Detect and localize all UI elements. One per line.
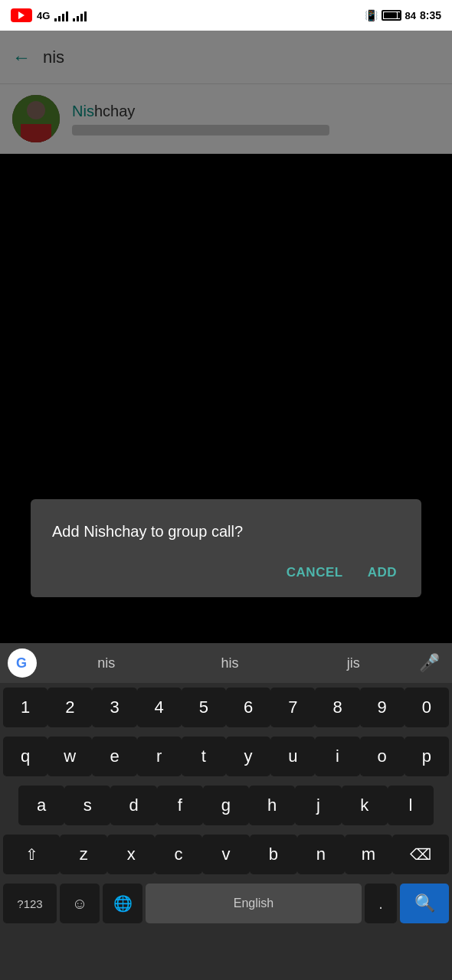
- add-button[interactable]: ADD: [365, 560, 400, 585]
- key-y[interactable]: y: [226, 737, 270, 776]
- key-0[interactable]: 0: [405, 688, 449, 727]
- time-display: 8:35: [420, 9, 441, 21]
- mic-button[interactable]: 🎤: [415, 648, 444, 678]
- key-j[interactable]: j: [295, 786, 341, 825]
- space-bar[interactable]: English: [146, 884, 362, 923]
- dialog-buttons: CANCEL ADD: [52, 560, 400, 585]
- key-q[interactable]: q: [3, 737, 47, 776]
- key-c[interactable]: c: [155, 835, 202, 874]
- key-7[interactable]: 7: [270, 688, 315, 727]
- key-t[interactable]: t: [182, 737, 226, 776]
- key-z[interactable]: z: [60, 835, 107, 874]
- search-button[interactable]: 🔍: [400, 884, 449, 923]
- status-right: 📳 84 8:35: [365, 9, 442, 21]
- key-v[interactable]: v: [202, 835, 250, 874]
- battery-tip: [398, 12, 400, 18]
- key-s[interactable]: s: [64, 786, 110, 825]
- key-l[interactable]: l: [388, 786, 434, 825]
- key-i[interactable]: i: [315, 737, 359, 776]
- period-key[interactable]: .: [365, 884, 397, 923]
- key-a[interactable]: a: [18, 786, 64, 825]
- key-d[interactable]: d: [110, 786, 156, 825]
- key-6[interactable]: 6: [226, 688, 270, 727]
- emoji-button[interactable]: ☺: [60, 884, 100, 923]
- key-x[interactable]: x: [107, 835, 155, 874]
- key-r[interactable]: r: [137, 737, 182, 776]
- key-1[interactable]: 1: [3, 688, 47, 727]
- key-w[interactable]: w: [47, 737, 92, 776]
- key-k[interactable]: k: [342, 786, 388, 825]
- key-4[interactable]: 4: [137, 688, 182, 727]
- key-e[interactable]: e: [92, 737, 136, 776]
- status-left: 4G: [11, 8, 87, 22]
- battery-icon: [382, 10, 401, 21]
- shift-key[interactable]: ⇧: [3, 835, 60, 874]
- key-u[interactable]: u: [270, 737, 315, 776]
- key-9[interactable]: 9: [360, 688, 405, 727]
- key-p[interactable]: p: [405, 737, 449, 776]
- key-2[interactable]: 2: [47, 688, 92, 727]
- qwerty-row: q w e r t y u i o p: [0, 732, 452, 781]
- suggestion-jis[interactable]: jis: [292, 655, 415, 671]
- key-5[interactable]: 5: [182, 688, 226, 727]
- vibrate-icon: 📳: [365, 9, 378, 21]
- battery-fill: [384, 12, 397, 18]
- key-b[interactable]: b: [250, 835, 297, 874]
- key-f[interactable]: f: [157, 786, 203, 825]
- signal-bars-2: [73, 9, 87, 21]
- key-h[interactable]: h: [249, 786, 295, 825]
- numbers-toggle[interactable]: ?123: [3, 884, 57, 923]
- google-icon: G: [8, 648, 37, 678]
- add-to-call-dialog: Add Nishchay to group call? CANCEL ADD: [31, 499, 421, 597]
- dialog-message: Add Nishchay to group call?: [52, 521, 400, 542]
- cancel-button[interactable]: CANCEL: [283, 560, 346, 585]
- status-bar: 4G 📳 84 8:35: [0, 0, 452, 31]
- suggestion-nis[interactable]: nis: [44, 655, 168, 671]
- svg-text:G: G: [16, 655, 27, 671]
- network-label: 4G: [37, 10, 50, 21]
- key-o[interactable]: o: [360, 737, 405, 776]
- top-section: ← nis Nishchay: [0, 31, 452, 643]
- language-button[interactable]: 🌐: [103, 884, 142, 923]
- key-8[interactable]: 8: [315, 688, 359, 727]
- key-n[interactable]: n: [297, 835, 345, 874]
- delete-key[interactable]: ⌫: [392, 835, 449, 874]
- bottom-row: ?123 ☺ 🌐 English . 🔍: [0, 879, 452, 928]
- youtube-icon: [11, 8, 32, 22]
- key-3[interactable]: 3: [92, 688, 136, 727]
- suggestion-his[interactable]: his: [168, 655, 291, 671]
- number-row: 1 2 3 4 5 6 7 8 9 0: [0, 683, 452, 732]
- key-g[interactable]: g: [203, 786, 249, 825]
- battery-percent: 84: [405, 10, 416, 21]
- suggestions-bar: G nis his jis 🎤: [0, 643, 452, 683]
- key-m[interactable]: m: [345, 835, 392, 874]
- signal-bars-1: [54, 9, 68, 21]
- zxcv-row: ⇧ z x c v b n m ⌫: [0, 830, 452, 879]
- keyboard-area: G nis his jis 🎤 1 2 3 4 5 6 7 8 9 0 q w …: [0, 643, 452, 980]
- asdf-row: a s d f g h j k l: [0, 781, 452, 830]
